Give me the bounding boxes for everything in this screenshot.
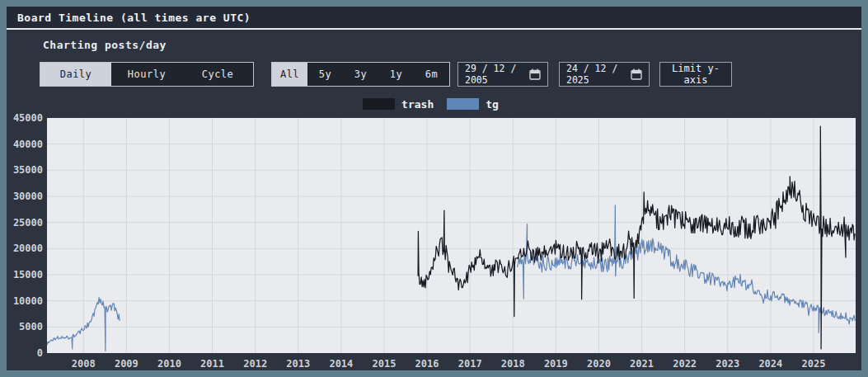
chart-subtitle: Charting posts/day bbox=[43, 39, 167, 51]
controls-row: Daily Hourly Cycle All 5y 3y 1y 6m 29 / … bbox=[7, 62, 861, 87]
x-tick-label: 2011 bbox=[200, 358, 224, 370]
mode-hourly-button[interactable]: Hourly bbox=[111, 63, 182, 86]
y-tick-label: 40000 bbox=[13, 139, 43, 150]
range-all-button[interactable]: All bbox=[272, 63, 307, 86]
y-tick-label: 35000 bbox=[13, 164, 43, 176]
limit-y-axis-button[interactable]: Limit y-axis bbox=[659, 62, 732, 87]
x-tick-label: 2008 bbox=[72, 358, 96, 370]
y-tick-label: 45000 bbox=[13, 112, 43, 124]
title-bar: Board Timeline (all times are UTC) bbox=[7, 7, 861, 30]
posts-per-day-chart[interactable]: 0500010000150002000025000300003500040000… bbox=[7, 108, 861, 377]
calendar-icon bbox=[631, 68, 642, 80]
x-tick-label: 2023 bbox=[716, 358, 739, 370]
y-tick-label: 5000 bbox=[19, 321, 43, 332]
board-timeline-panel: Board Timeline (all times are UTC) Chart… bbox=[0, 0, 868, 377]
mode-button-group: Daily Hourly Cycle bbox=[40, 62, 254, 87]
x-tick-label: 2021 bbox=[630, 358, 654, 370]
mode-cycle-button[interactable]: Cycle bbox=[182, 63, 253, 86]
calendar-icon bbox=[529, 68, 541, 80]
date-from-input[interactable]: 29 / 12 / 2005 bbox=[457, 62, 548, 87]
x-tick-label: 2009 bbox=[115, 358, 138, 370]
range-button-group: All 5y 3y 1y 6m bbox=[271, 62, 450, 87]
x-tick-label: 2010 bbox=[157, 358, 181, 370]
mode-daily-button[interactable]: Daily bbox=[40, 63, 111, 86]
x-tick-label: 2014 bbox=[329, 358, 353, 370]
range-1y-button[interactable]: 1y bbox=[378, 63, 414, 86]
y-tick-label: 15000 bbox=[13, 269, 43, 280]
y-tick-label: 30000 bbox=[13, 191, 43, 202]
x-tick-label: 2020 bbox=[587, 358, 611, 370]
y-tick-label: 10000 bbox=[13, 295, 43, 307]
x-tick-label: 2018 bbox=[501, 358, 525, 370]
x-tick-label: 2016 bbox=[415, 358, 439, 370]
y-tick-label: 25000 bbox=[13, 217, 43, 229]
x-tick-label: 2013 bbox=[286, 358, 310, 370]
y-tick-label: 20000 bbox=[13, 243, 43, 254]
x-tick-label: 2025 bbox=[801, 358, 825, 370]
x-tick-label: 2012 bbox=[243, 358, 267, 370]
range-3y-button[interactable]: 3y bbox=[343, 63, 378, 86]
x-tick-label: 2019 bbox=[544, 358, 568, 370]
x-tick-label: 2017 bbox=[458, 358, 482, 370]
x-tick-label: 2015 bbox=[373, 358, 396, 370]
date-from-value: 29 / 12 / 2005 bbox=[465, 63, 529, 86]
date-to-value: 24 / 12 / 2025 bbox=[566, 63, 631, 86]
x-tick-label: 2024 bbox=[758, 358, 782, 370]
page-title: Board Timeline (all times are UTC) bbox=[17, 12, 251, 24]
y-tick-label: 0 bbox=[37, 347, 43, 359]
range-5y-button[interactable]: 5y bbox=[307, 63, 343, 86]
range-6m-button[interactable]: 6m bbox=[414, 63, 449, 86]
date-to-input[interactable]: 24 / 12 / 2025 bbox=[559, 62, 650, 87]
x-tick-label: 2022 bbox=[673, 358, 697, 370]
